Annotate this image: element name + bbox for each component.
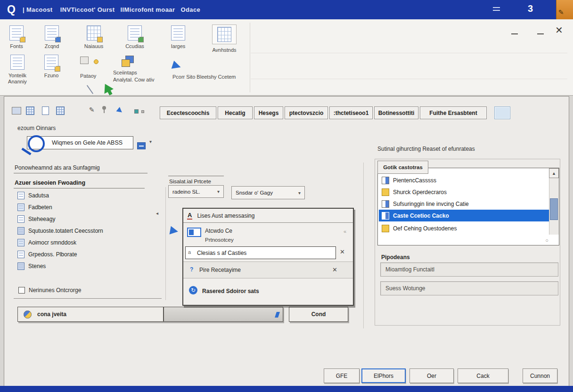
cack-button[interactable]: Cack bbox=[458, 368, 508, 383]
ribbon-group-ccudias[interactable]: Ccudias bbox=[115, 25, 155, 49]
minimize-icon[interactable] bbox=[511, 33, 518, 34]
table-icon[interactable] bbox=[26, 106, 34, 115]
teal-square-icon[interactable] bbox=[134, 109, 139, 114]
scroll-up-button[interactable]: ▲ bbox=[549, 168, 559, 178]
list-row-label: PientencCasssss bbox=[393, 177, 436, 184]
scrollbar-thumb[interactable] bbox=[550, 198, 558, 220]
divider bbox=[14, 173, 147, 173]
toolbar-tabs: Ecectescoochis Hecatig Hesegs ptectovszc… bbox=[160, 106, 487, 119]
elphors-button[interactable]: ElPhors bbox=[361, 368, 406, 383]
ribbon-group-fonts[interactable]: Fonts bbox=[0, 25, 33, 49]
dropdown2[interactable]: Snsdar o' Gagy ▾ bbox=[231, 186, 305, 199]
list-item[interactable]: Steheeagy bbox=[17, 214, 55, 224]
card-icon bbox=[382, 212, 389, 220]
dropdown1-label: Sisalat.ial Prtcete bbox=[169, 179, 211, 184]
list-row[interactable]: Shurck Gperdecraros bbox=[379, 186, 548, 198]
group-input[interactable] bbox=[185, 246, 336, 259]
ribbon-group-zcqnd[interactable]: Zcqnd bbox=[34, 25, 70, 49]
accent-tile-button[interactable]: ✎ bbox=[556, 0, 573, 19]
collapse-left-icon[interactable]: ◂ bbox=[156, 211, 158, 216]
settings-dialog: ✎ Ecectescoochis Hecatig Hesegs ptectovs… bbox=[4, 96, 569, 386]
ribbon-group-iarges[interactable]: Iarges bbox=[160, 25, 196, 49]
list-item-label: Sadutsa bbox=[28, 192, 49, 199]
menu-icon[interactable] bbox=[493, 7, 500, 13]
ribbon-group-avnhstnds[interactable]: Avnhstnds bbox=[202, 24, 247, 53]
green-arrow-icon bbox=[100, 82, 114, 94]
ball-icon bbox=[94, 59, 98, 64]
clear-input-icon[interactable]: ✕ bbox=[340, 248, 345, 255]
dropdown1[interactable]: radeino SL. ▾ bbox=[168, 185, 224, 198]
list-row[interactable]: PientencCasssss bbox=[379, 174, 548, 186]
tab-fuithe-ersasbtent[interactable]: Fuithe Ersasbtent bbox=[420, 106, 487, 119]
ribbon-group-pataoy[interactable]: Pataoy bbox=[80, 57, 98, 79]
group-row2[interactable]: ? Pire Recetayime ✕ bbox=[183, 261, 353, 278]
list-item[interactable]: Stenes bbox=[17, 261, 46, 271]
footer-input[interactable] bbox=[164, 307, 283, 321]
list-item[interactable]: Fadbeten bbox=[17, 203, 52, 212]
remove-row-icon[interactable]: ✕ bbox=[332, 266, 337, 273]
pin-icon[interactable] bbox=[102, 106, 106, 110]
tile-button bbox=[212, 24, 237, 44]
chevron-down-icon: ▾ bbox=[217, 189, 220, 194]
drawer-icon[interactable] bbox=[137, 142, 146, 149]
a-icon: a bbox=[188, 249, 191, 255]
tab-thctetiseoo1[interactable]: :thctetiseoo1 bbox=[329, 106, 373, 119]
font-icon: A bbox=[187, 212, 192, 220]
ribbon-group-yonteilk[interactable]: Yonteilk Ananniy bbox=[1, 55, 34, 84]
ribbon-group-label: Pataoy bbox=[80, 73, 98, 79]
field-suess[interactable] bbox=[380, 281, 558, 295]
grid-icon[interactable] bbox=[56, 106, 65, 115]
printer-icon[interactable] bbox=[12, 107, 21, 114]
cond-button[interactable]: Cond bbox=[289, 307, 348, 322]
tab-gotik-castotras[interactable]: Gotik castotras bbox=[377, 161, 428, 174]
list-item[interactable]: Grpedoss. Plborate bbox=[17, 250, 77, 259]
left-section-title: Azuer siseoien Fwoading bbox=[15, 180, 85, 186]
ribbon-group-label: Pcorr Sito Bleetshy Ccetem bbox=[172, 74, 236, 80]
resize-dot-icon: ○ bbox=[545, 237, 548, 243]
ribbon-group-naiauus[interactable]: Naiauus bbox=[74, 25, 113, 49]
checkbox[interactable] bbox=[18, 287, 25, 294]
oer-button[interactable]: Oer bbox=[409, 368, 454, 383]
document-icon bbox=[10, 55, 25, 70]
shortcut-hint: « bbox=[344, 229, 346, 234]
chevron-down-icon[interactable]: ▾ bbox=[149, 139, 152, 144]
left-panel-header: Ponowheamnd ats ara Sunfagmig bbox=[15, 164, 100, 171]
pencil-icon[interactable]: ✎ bbox=[89, 106, 95, 114]
field-mioamtlog[interactable] bbox=[380, 262, 558, 277]
ribbon-group-sceiintaps[interactable]: Sceiintaps Analytal. Cow ativ bbox=[113, 56, 170, 82]
document-icon bbox=[17, 215, 25, 223]
tab-hesegs[interactable]: Hesegs bbox=[254, 106, 283, 119]
list-item-label: Aoimocr smnddosk bbox=[28, 239, 76, 246]
gray-square-icon[interactable] bbox=[141, 110, 144, 113]
document-icon bbox=[17, 251, 25, 258]
gfe-button[interactable]: GFE bbox=[324, 368, 360, 383]
search-label: ezoum Oinnars bbox=[17, 125, 56, 131]
tab-botinessottiti[interactable]: Botinessottiti bbox=[374, 106, 418, 119]
list-row-selected[interactable]: Caste Ccetioc Cacko bbox=[379, 210, 549, 221]
ribbon-group-pcorr[interactable]: Pcorr Sito Bleetshy Ccetem bbox=[172, 62, 236, 80]
tab-overflow-button[interactable] bbox=[494, 106, 510, 119]
compose-icon bbox=[187, 228, 201, 237]
tab-ecectescoochis[interactable]: Ecectescoochis bbox=[160, 106, 216, 119]
document-icon[interactable] bbox=[42, 106, 49, 115]
list-row[interactable]: Oef Cehing Ouestodenes bbox=[379, 222, 548, 234]
list-item[interactable]: Squtuoste.totatert Ceecsstorn bbox=[17, 226, 103, 236]
document-icon bbox=[45, 25, 59, 41]
cunnon-button[interactable]: Cunnon bbox=[523, 368, 557, 383]
ribbon-group-fzuno[interactable]: Fzuno bbox=[36, 55, 67, 79]
divider bbox=[168, 176, 224, 176]
restore-icon[interactable] bbox=[537, 33, 544, 34]
tab-hecatig[interactable]: Hecatig bbox=[218, 106, 253, 119]
list-item[interactable]: Aoimocr smnddosk bbox=[17, 238, 76, 247]
pointer-icon[interactable] bbox=[116, 107, 123, 114]
close-icon[interactable]: ✕ bbox=[555, 25, 563, 35]
list-item-label: Steheeagy bbox=[28, 216, 55, 222]
list-row[interactable]: Sufsuringgin line invcing Catie bbox=[379, 198, 548, 210]
ribbon-group-label: Zcqnd bbox=[45, 43, 59, 49]
list-item[interactable]: Sadutsa bbox=[17, 191, 49, 200]
tab-ptectovszcio[interactable]: ptectovszcio bbox=[285, 106, 328, 119]
list-item-label: Grpedoss. Plborate bbox=[28, 251, 77, 258]
footer-label-box[interactable]: cona jveita bbox=[17, 307, 164, 322]
grid-icon bbox=[217, 27, 231, 42]
refresh-icon: ↻ bbox=[189, 286, 197, 294]
